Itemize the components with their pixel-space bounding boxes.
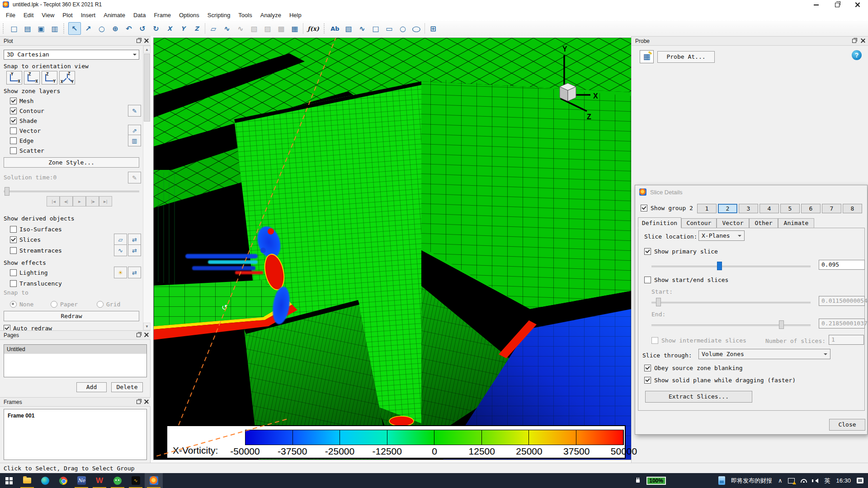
adjustor-tool-icon[interactable]: ↗ — [82, 22, 94, 35]
contour-legend[interactable]: X-Vorticity: -50000 -37500 -25000 -12500… — [166, 425, 626, 459]
zone-style-button[interactable]: Zone Style... — [4, 157, 139, 168]
scatter-checkbox[interactable] — [10, 147, 17, 154]
power-plug-icon[interactable] — [635, 478, 641, 484]
pages-panel-header[interactable]: Pages — [0, 330, 151, 340]
extract-slices-button[interactable]: Extract Slices... — [645, 391, 752, 403]
primary-slice-slider-handle[interactable] — [717, 262, 722, 270]
menu-file[interactable]: File — [2, 10, 19, 20]
iso-surfaces-checkbox[interactable] — [10, 226, 17, 233]
taskbar-goldwave[interactable]: ∿ — [127, 473, 145, 488]
contour-checkbox[interactable] — [10, 108, 17, 114]
edge-checkbox[interactable] — [10, 137, 17, 144]
view-yx-button[interactable]: Y X — [6, 71, 22, 84]
light-source-button[interactable]: ☀ — [114, 267, 127, 278]
notification-center-icon[interactable] — [857, 478, 863, 483]
probe-at-button[interactable]: Probe At... — [657, 51, 715, 63]
3d-viewport[interactable]: ↺ Y X Z X-Vorticity: -50000 -37500 -2500… — [153, 38, 632, 460]
solution-time-slider-handle[interactable] — [5, 187, 9, 196]
streamtrace-tool-icon[interactable]: ∿ — [221, 22, 233, 35]
edge-details-button[interactable]: ▥ — [128, 135, 141, 146]
polyline-tool-icon[interactable]: ∿ — [356, 22, 368, 35]
taskbar-tecplot[interactable] — [145, 473, 163, 488]
float-panel-icon[interactable] — [852, 38, 857, 43]
restore-button[interactable] — [826, 0, 847, 9]
menu-tools[interactable]: Tools — [234, 10, 256, 20]
save-layout-icon[interactable]: ▣ — [35, 22, 47, 35]
group-4-button[interactable]: 4 — [760, 204, 779, 213]
calculate-fx-icon[interactable]: ƒ(x) — [305, 22, 321, 35]
menu-scripting[interactable]: Scripting — [203, 10, 235, 20]
taskbar-wps[interactable]: W — [90, 473, 108, 488]
lighting-row[interactable]: Lighting — [10, 268, 48, 277]
shade-checkbox[interactable] — [10, 117, 17, 124]
streamtraces-checkbox[interactable] — [10, 247, 17, 254]
menu-options[interactable]: Options — [175, 10, 203, 20]
add-image-icon[interactable]: ▧ — [342, 22, 355, 35]
menu-view[interactable]: View — [38, 10, 58, 20]
view-zy-button[interactable]: Z Y — [42, 71, 57, 84]
add-page-button[interactable]: Add — [76, 382, 107, 392]
news-widget-icon[interactable] — [718, 476, 725, 485]
pages-list[interactable]: Untitled — [4, 344, 147, 377]
dialog-title-bar[interactable]: Slice Details — [635, 185, 867, 199]
rotate-twist-icon[interactable]: ↻ — [150, 22, 162, 35]
rotate-z-icon[interactable]: Z — [190, 22, 203, 35]
streamtrace-placement-button[interactable]: ∿ — [114, 244, 127, 256]
menu-animate[interactable]: Animate — [99, 10, 129, 20]
float-panel-icon[interactable] — [137, 399, 142, 404]
zoom-tool-icon[interactable]: ○ — [95, 22, 108, 35]
news-widget-text[interactable]: 即将发布的财报 — [731, 477, 772, 485]
menu-insert[interactable]: Insert — [77, 10, 100, 20]
scroll-down-icon[interactable]: ▼ — [143, 323, 151, 330]
speaker-icon[interactable] — [813, 479, 818, 483]
streamtrace-details-button[interactable]: ⇄ — [128, 244, 141, 256]
new-layout-icon[interactable]: □ — [8, 22, 20, 35]
probe-panel-header[interactable]: Probe — [632, 36, 868, 46]
taskbar-file-explorer[interactable] — [18, 473, 36, 488]
menu-edit[interactable]: Edit — [19, 10, 38, 20]
group-2-button[interactable]: 2 — [718, 204, 737, 213]
taskbar-netease[interactable]: Ne — [72, 473, 90, 488]
slices-checkbox[interactable] — [10, 236, 17, 243]
tab-vector[interactable]: Vector — [717, 218, 749, 228]
layer-shade-row[interactable]: Shade — [10, 116, 37, 125]
menu-help[interactable]: Help — [285, 10, 306, 20]
slice-through-select[interactable]: Volume Zones — [698, 349, 830, 359]
taskbar-chrome[interactable] — [54, 473, 72, 488]
close-panel-icon[interactable] — [144, 399, 149, 404]
show-primary-slice-row[interactable]: Show primary slice — [644, 248, 718, 255]
primary-slice-value-input[interactable]: 0.095 — [819, 260, 865, 270]
tab-animate[interactable]: Animate — [778, 218, 814, 228]
group-6-button[interactable]: 6 — [801, 204, 821, 213]
translucency-checkbox[interactable] — [10, 280, 17, 287]
ime-indicator[interactable]: 英 — [824, 477, 830, 485]
layer-scatter-row[interactable]: Scatter — [10, 146, 44, 155]
frames-list[interactable]: Frame 001 — [4, 409, 147, 460]
mesh-checkbox[interactable] — [10, 98, 17, 104]
group-5-button[interactable]: 5 — [780, 204, 800, 213]
select-tool-icon[interactable]: ↖ — [68, 22, 81, 35]
primary-slice-checkbox[interactable] — [644, 248, 651, 255]
contour-eyedropper-button[interactable]: ✎ — [128, 105, 141, 117]
primary-slice-slider-track[interactable] — [651, 266, 811, 267]
wifi-icon[interactable] — [801, 479, 807, 483]
menu-frame[interactable]: Frame — [150, 10, 175, 20]
vector-checkbox[interactable] — [10, 127, 17, 134]
taskbar-wechat[interactable] — [108, 473, 127, 488]
ellipse-tool-icon[interactable]: ○ — [407, 22, 426, 35]
cfd-scene[interactable]: ↺ Y X Z — [154, 38, 631, 460]
view-iso-button[interactable]: Z Y X — [59, 71, 75, 84]
frame-list-item[interactable]: Frame 001 — [4, 409, 146, 419]
group-3-button[interactable]: 3 — [739, 204, 758, 213]
add-text-icon[interactable]: Ab — [329, 22, 341, 35]
help-icon[interactable]: ? — [852, 50, 862, 60]
blanking-tool-icon[interactable]: ▦ — [288, 22, 301, 35]
view-zx-button[interactable]: Z X — [24, 71, 40, 84]
rectangle-tool-icon[interactable]: ▭ — [383, 22, 396, 35]
slice-details-button[interactable]: ⇄ — [128, 234, 141, 245]
network-warning-icon[interactable] — [788, 478, 795, 483]
scrollbar-thumb[interactable] — [144, 54, 150, 122]
battery-badge[interactable]: 100% — [646, 477, 666, 485]
delete-page-button[interactable]: Delete — [111, 382, 143, 392]
startend-checkbox[interactable] — [644, 277, 651, 283]
